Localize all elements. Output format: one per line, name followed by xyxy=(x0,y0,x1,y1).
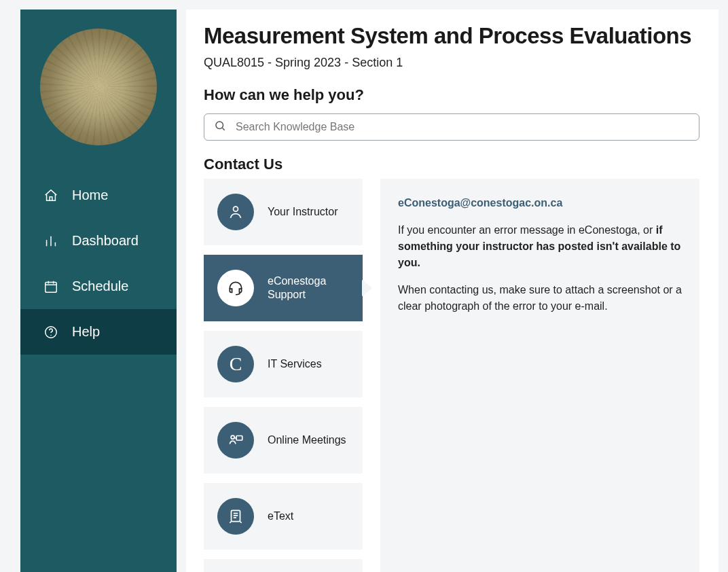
contact-columns: Your Instructor eConestoga Support C IT … xyxy=(204,179,699,572)
sidebar-item-dashboard[interactable]: Dashboard xyxy=(20,218,177,264)
contact-card-label: eConestoga Support xyxy=(268,274,349,302)
sidebar-item-help[interactable]: Help xyxy=(20,309,177,355)
contact-card-mcgraw-hill[interactable]: McGrawHill McGraw Hill Support xyxy=(204,559,363,572)
contact-card-label: IT Services xyxy=(268,357,322,371)
sidebar-item-label: Schedule xyxy=(72,279,128,294)
search-icon xyxy=(214,120,226,135)
bars-icon xyxy=(43,234,58,249)
question-icon xyxy=(43,325,58,340)
main-content: Measurement System and Process Evaluatio… xyxy=(186,10,718,572)
contact-detail-panel: eConestoga@conestogac.on.ca If you encou… xyxy=(380,179,699,572)
contact-card-label: Your Instructor xyxy=(268,205,338,219)
sidebar-item-schedule[interactable]: Schedule xyxy=(20,264,177,309)
contact-email[interactable]: eConestoga@conestogac.on.ca xyxy=(398,195,682,211)
svg-point-5 xyxy=(231,435,234,439)
search-box[interactable] xyxy=(204,113,699,141)
headset-icon xyxy=(217,270,254,306)
sidebar-item-label: Dashboard xyxy=(72,233,139,249)
user-icon xyxy=(217,194,254,230)
sidebar-item-label: Help xyxy=(72,324,100,340)
contact-card-etext[interactable]: eText xyxy=(204,483,363,550)
svg-point-4 xyxy=(234,207,238,211)
help-heading: How can we help you? xyxy=(204,86,699,104)
contact-detail-p2: When contacting us, make sure to attach … xyxy=(398,282,682,315)
app-root: Home Dashboard Schedule Help Measurement… xyxy=(0,0,728,572)
page-subtitle: QUAL8015 - Spring 2023 - Section 1 xyxy=(204,56,699,70)
contact-card-instructor[interactable]: Your Instructor xyxy=(204,179,363,245)
svg-rect-0 xyxy=(46,282,57,292)
contact-card-it-services[interactable]: C IT Services xyxy=(204,331,363,397)
contact-card-econestoga-support[interactable]: eConestoga Support xyxy=(204,255,363,321)
svg-rect-6 xyxy=(236,436,242,441)
contact-detail-p1-prefix: If you encounter an error message in eCo… xyxy=(398,224,656,236)
contact-heading: Contact Us xyxy=(204,156,699,173)
sidebar: Home Dashboard Schedule Help xyxy=(20,10,177,572)
contact-card-label: Online Meetings xyxy=(268,433,346,447)
contact-card-label: eText xyxy=(268,510,293,523)
meeting-icon xyxy=(217,422,254,459)
course-avatar xyxy=(40,29,157,145)
sidebar-item-label: Home xyxy=(72,187,108,203)
svg-point-2 xyxy=(50,334,51,335)
page-title: Measurement System and Process Evaluatio… xyxy=(204,23,699,49)
home-icon xyxy=(43,188,58,203)
contact-list: Your Instructor eConestoga Support C IT … xyxy=(204,179,363,572)
sidebar-item-home[interactable]: Home xyxy=(20,173,177,218)
contact-detail-p1: If you encounter an error message in eCo… xyxy=(398,222,682,271)
etext-icon xyxy=(217,498,254,535)
c-letter-icon: C xyxy=(217,346,254,382)
svg-point-3 xyxy=(216,122,223,129)
contact-card-online-meetings[interactable]: Online Meetings xyxy=(204,407,363,473)
calendar-icon xyxy=(43,279,58,294)
search-input[interactable] xyxy=(236,121,689,133)
